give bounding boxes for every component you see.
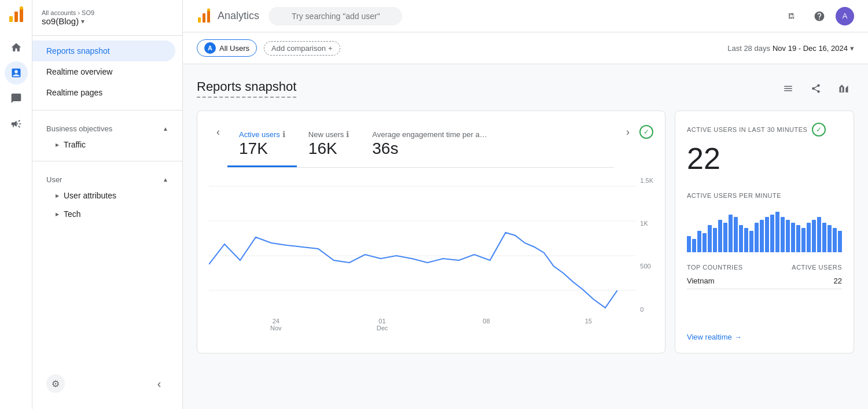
- bar-item: [812, 220, 816, 252]
- svg-rect-6: [207, 10, 210, 23]
- compare-view-icon[interactable]: [778, 78, 799, 99]
- col-header-active-users: ACTIVE USERS: [768, 261, 842, 273]
- metric-label-engagement: Average engagement time per active us: [372, 130, 488, 139]
- triangle-icon-tech: ▶: [56, 212, 59, 217]
- realtime-check-icon: ✓: [812, 123, 826, 137]
- prev-metric-arrow[interactable]: ‹: [209, 123, 227, 141]
- metric-tab-new-users[interactable]: New users ℹ 16K: [297, 123, 361, 167]
- all-users-filter-chip[interactable]: A All Users: [197, 39, 257, 57]
- rail-icon-reports[interactable]: [5, 61, 28, 84]
- svg-rect-1: [14, 12, 18, 22]
- bar-item: [703, 233, 707, 252]
- rail-icon-home[interactable]: [5, 36, 28, 59]
- sidebar-item-reports-snapshot[interactable]: Reports snapshot: [32, 40, 175, 61]
- svg-rect-4: [198, 17, 201, 23]
- sidebar-item-realtime-pages[interactable]: Realtime pages: [32, 82, 175, 103]
- sidebar-subitem-traffic[interactable]: ▶ Traffic: [32, 135, 182, 154]
- y-axis-labels: 1.5K 1K 500 0: [640, 175, 653, 315]
- sidebar-subitem-user-attributes[interactable]: ▶ User attributes: [32, 186, 182, 205]
- segment-letter: A: [204, 42, 216, 54]
- per-minute-bar-chart: [687, 206, 842, 252]
- bar-item: [775, 212, 779, 252]
- line-chart: [209, 175, 653, 314]
- info-icon-new-users[interactable]: ℹ: [346, 130, 349, 139]
- grid-icon-button[interactable]: [780, 5, 803, 28]
- bar-item: [697, 231, 701, 252]
- table-row: Vietnam 22: [687, 273, 842, 289]
- app-logo[interactable]: [7, 6, 25, 24]
- avatar[interactable]: A: [836, 7, 854, 25]
- metric-value-engagement: 36s: [372, 139, 488, 159]
- topbar-right: A: [780, 5, 854, 28]
- realtime-title: ACTIVE USERS IN LAST 30 MINUTES ✓: [687, 123, 842, 137]
- charts-row: ‹ Active users ℹ 17K: [197, 110, 854, 353]
- customize-icon[interactable]: [833, 78, 854, 99]
- col-header-countries: TOP COUNTRIES: [687, 261, 768, 273]
- triangle-icon-ua: ▶: [56, 193, 59, 198]
- bar-item: [729, 215, 733, 252]
- app-title: Analytics: [218, 10, 259, 22]
- sidebar-section-business-objectives[interactable]: Business objectives ▲: [32, 117, 182, 135]
- add-comparison-button[interactable]: Add comparison +: [264, 41, 340, 56]
- chart-area: 1.5K 1K 500 0: [209, 175, 653, 315]
- bar-item: [822, 223, 826, 252]
- next-metric-arrow[interactable]: ›: [619, 123, 637, 141]
- triangle-icon: ▶: [56, 142, 59, 148]
- account-name[interactable]: so9(Blog) ▾: [42, 16, 94, 26]
- bar-item: [692, 239, 696, 252]
- x-label-15: 15: [585, 318, 592, 331]
- metric-tabs: Active users ℹ 17K New us: [227, 123, 614, 168]
- icon-rail: [0, 0, 32, 409]
- sidebar-item-realtime-overview[interactable]: Realtime overview: [32, 61, 175, 82]
- bar-item: [755, 223, 759, 252]
- main-chart-card: ‹ Active users ℹ 17K: [197, 110, 665, 353]
- view-realtime-link[interactable]: View realtime →: [687, 323, 842, 341]
- date-range-picker[interactable]: Last 28 days Nov 19 - Dec 16, 2024 ▾: [727, 44, 854, 53]
- info-icon-active-users[interactable]: ℹ: [282, 130, 285, 139]
- metric-value-active-users: 17K: [239, 139, 285, 159]
- bar-item: [807, 223, 811, 252]
- chevron-up-icon: ▲: [163, 126, 168, 132]
- content-filter-bar: A All Users Add comparison + Last 28 day…: [183, 32, 868, 64]
- search-input[interactable]: [269, 7, 402, 25]
- bar-item: [749, 231, 753, 252]
- bar-item: [687, 236, 691, 252]
- date-range-prefix: Last 28 days: [727, 44, 770, 53]
- metric-label-active-users: Active users: [239, 130, 280, 139]
- bar-item: [765, 217, 769, 252]
- page-title: Reports snapshot: [197, 79, 296, 98]
- main-area: Analytics A: [183, 0, 868, 409]
- bar-item: [708, 225, 712, 252]
- bar-item: [833, 228, 837, 252]
- bar-item: [734, 217, 738, 252]
- collapse-sidebar-button[interactable]: ‹: [150, 374, 168, 393]
- settings-icon[interactable]: ⚙: [46, 374, 65, 393]
- metric-tab-active-users[interactable]: Active users ℹ 17K: [227, 123, 297, 167]
- bar-item: [791, 223, 795, 252]
- breadcrumb-top: All accounts › SO9: [42, 9, 94, 16]
- bar-item: [739, 225, 743, 252]
- help-icon-button[interactable]: [808, 5, 831, 28]
- country-name: Vietnam: [687, 273, 768, 289]
- sidebar-subitem-tech[interactable]: ▶ Tech: [32, 205, 182, 223]
- bar-item: [786, 220, 790, 252]
- metric-value-new-users: 16K: [308, 139, 349, 159]
- bar-item: [718, 220, 722, 252]
- bar-item: [838, 231, 842, 252]
- rail-icon-advertising[interactable]: [5, 112, 28, 135]
- rail-icon-explore[interactable]: [5, 87, 28, 110]
- x-label-24-nov: 24 Nov: [270, 318, 282, 331]
- bar-item: [781, 217, 785, 252]
- bar-item: [817, 217, 821, 252]
- svg-rect-5: [203, 13, 205, 23]
- metric-tabs-container: ‹ Active users ℹ 17K: [209, 123, 653, 168]
- metric-label-new-users: New users: [308, 130, 344, 139]
- sidebar-section-user[interactable]: User ▲: [32, 168, 182, 186]
- page-title-row: Reports snapshot: [197, 78, 854, 99]
- chevron-up-icon-user: ▲: [163, 176, 168, 183]
- topbar: Analytics A: [183, 0, 868, 32]
- share-icon[interactable]: [806, 78, 826, 99]
- metric-tab-engagement[interactable]: Average engagement time per active us 36…: [361, 123, 499, 167]
- search-wrapper: [269, 7, 616, 25]
- bar-item: [801, 228, 806, 252]
